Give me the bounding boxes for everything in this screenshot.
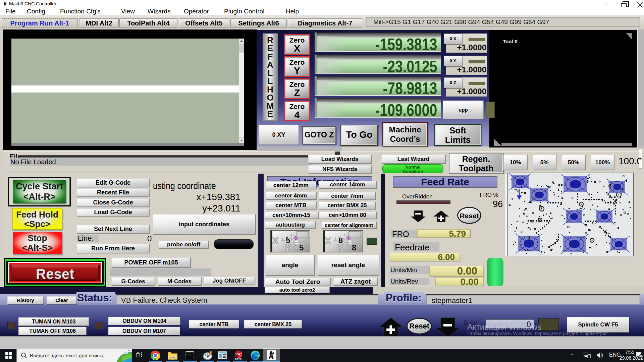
svg-text:8: 8 xyxy=(352,243,356,252)
svg-text:+: + xyxy=(293,243,297,251)
svg-text:C:\_: C:\_ xyxy=(186,354,191,356)
svg-text:1: 1 xyxy=(640,355,642,358)
svg-text:SW: SW xyxy=(235,352,240,356)
svg-text:+: + xyxy=(346,243,350,251)
svg-text:X: X xyxy=(272,236,278,246)
svg-text:5: 5 xyxy=(299,243,304,252)
svg-text:Y: Y xyxy=(284,243,290,252)
svg-text:X: X xyxy=(325,236,331,246)
svg-text:Y: Y xyxy=(337,243,343,252)
